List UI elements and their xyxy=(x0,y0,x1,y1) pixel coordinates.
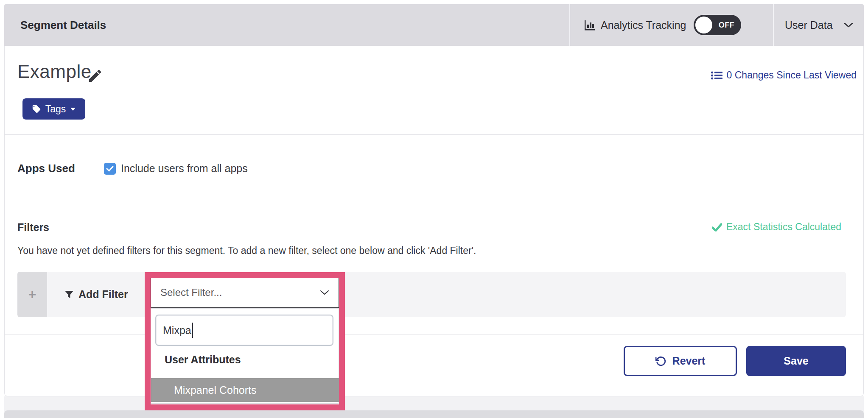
changes-link-label: 0 Changes Since Last Viewed xyxy=(727,70,857,81)
toggle-knob xyxy=(695,17,712,33)
analytics-tracking-control: Analytics Tracking OFF xyxy=(583,4,741,46)
add-filter-plus-button[interactable]: + xyxy=(17,272,47,317)
revert-button[interactable]: Revert xyxy=(624,346,737,376)
select-filter-value: Select Filter... xyxy=(160,287,320,298)
filters-empty-message: You have not yet defined filters for thi… xyxy=(17,245,476,256)
caret-down-icon xyxy=(70,107,76,111)
filters-section: Filters Exact Statistics Calculated You … xyxy=(5,203,863,335)
pencil-icon xyxy=(87,68,103,84)
chevron-down-icon xyxy=(320,290,329,295)
header-bar: Segment Details Analytics Tracking OFF U… xyxy=(4,4,864,46)
apps-used-section: Apps Used Include users from all apps xyxy=(5,136,863,202)
segment-details-card: Example 0 Changes Since Last Viewed xyxy=(4,46,864,396)
apps-used-label: Apps Used xyxy=(17,162,104,175)
select-filter-dropdown[interactable]: Select Filter... xyxy=(151,277,339,308)
user-data-dropdown[interactable]: User Data xyxy=(785,4,853,46)
add-filter-label-group: Add Filter xyxy=(64,272,128,317)
tags-button[interactable]: Tags xyxy=(22,98,85,120)
save-button[interactable]: Save xyxy=(746,346,846,376)
rotate-ccw-icon xyxy=(655,356,666,367)
filter-search-input[interactable]: Mixpa xyxy=(155,315,333,346)
bar-chart-icon xyxy=(583,19,596,31)
toggle-state-label: OFF xyxy=(715,15,738,35)
segment-name: Example xyxy=(17,61,92,82)
filter-search-value: Mixpa xyxy=(163,324,191,337)
user-data-label: User Data xyxy=(785,19,833,31)
analytics-tracking-toggle[interactable]: OFF xyxy=(694,15,741,35)
header-divider xyxy=(569,4,570,46)
checkmark-icon xyxy=(712,223,722,231)
check-icon xyxy=(106,166,114,172)
edit-name-button[interactable] xyxy=(87,68,103,84)
list-icon xyxy=(711,70,722,81)
dropdown-group-header: User Attributes xyxy=(165,354,241,366)
add-filter-row: + Add Filter xyxy=(17,272,846,317)
tag-icon xyxy=(32,104,41,114)
chevron-down-icon xyxy=(844,22,853,28)
filter-dropdown-panel: Mixpa User Attributes Mixpanel Cohorts xyxy=(151,308,339,404)
filters-heading: Filters xyxy=(17,221,49,234)
header-divider xyxy=(773,4,774,46)
changes-since-last-viewed-link[interactable]: 0 Changes Since Last Viewed xyxy=(711,70,857,81)
include-all-apps-label: Include users from all apps xyxy=(121,162,248,175)
dropdown-option-label: Mixpanel Cohorts xyxy=(174,384,257,396)
next-section-header-strip xyxy=(4,410,864,418)
funnel-icon xyxy=(64,290,74,300)
segment-details-page: Segment Details Analytics Tracking OFF U… xyxy=(0,0,868,418)
exact-statistics-badge: Exact Statistics Calculated xyxy=(712,221,841,233)
apps-used-row: Apps Used Include users from all apps xyxy=(17,162,248,175)
footer-actions-section: Revert Save xyxy=(5,335,863,396)
text-cursor xyxy=(192,323,193,338)
tags-button-label: Tags xyxy=(45,103,66,115)
revert-button-label: Revert xyxy=(672,355,706,367)
analytics-tracking-label: Analytics Tracking xyxy=(601,19,686,31)
title-section: Example 0 Changes Since Last Viewed xyxy=(5,46,863,135)
exact-statistics-label: Exact Statistics Calculated xyxy=(726,221,841,233)
save-button-label: Save xyxy=(784,355,808,367)
page-title: Segment Details xyxy=(20,4,106,46)
include-all-apps-checkbox[interactable] xyxy=(104,163,116,175)
dropdown-option-mixpanel-cohorts[interactable]: Mixpanel Cohorts xyxy=(151,378,339,402)
add-filter-label: Add Filter xyxy=(78,288,128,301)
